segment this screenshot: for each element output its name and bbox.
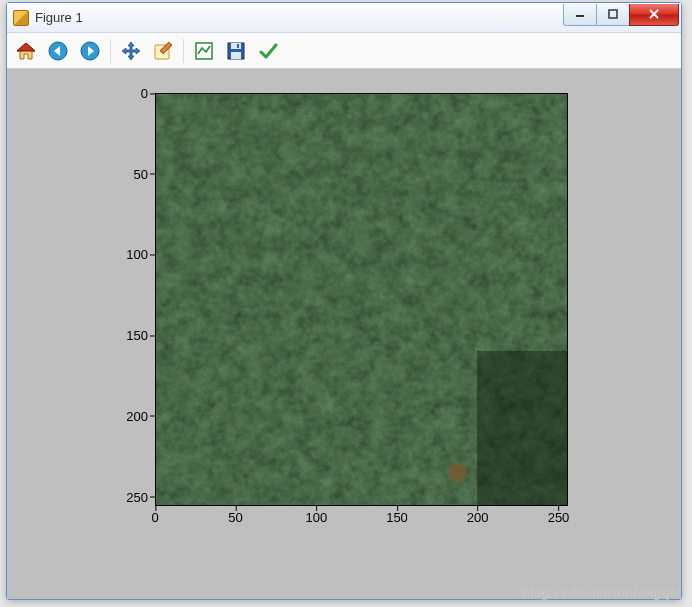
- svg-marker-3: [17, 43, 35, 51]
- toolbar-separator: [110, 39, 111, 63]
- zoom-button[interactable]: [148, 36, 178, 66]
- svg-rect-13: [231, 52, 241, 59]
- window-controls: [564, 4, 679, 26]
- save-button[interactable]: [221, 36, 251, 66]
- axes: 0 50 100 150 200 250 0 50 100 150 200 25…: [155, 93, 568, 506]
- x-tick: 150: [386, 510, 408, 525]
- y-tick: 150: [126, 328, 148, 343]
- watermark: //blog.csdn.net/tanlangqie: [512, 584, 682, 601]
- y-tick: 200: [126, 408, 148, 423]
- close-icon: [648, 8, 660, 20]
- x-tick: 100: [306, 510, 328, 525]
- y-tick: 0: [141, 86, 148, 101]
- svg-rect-1: [609, 10, 617, 18]
- maximize-icon: [608, 9, 618, 19]
- svg-rect-19: [477, 351, 567, 505]
- back-icon: [47, 40, 69, 62]
- plot-image: [155, 93, 568, 506]
- edit-icon: [152, 40, 174, 62]
- subplots-icon: [193, 40, 215, 62]
- y-tick: 50: [134, 166, 148, 181]
- pan-icon: [120, 40, 142, 62]
- svg-rect-14: [237, 44, 239, 48]
- minimize-icon: [575, 9, 585, 19]
- figure-window: Figure 1: [6, 2, 682, 600]
- svg-point-20: [448, 463, 467, 482]
- close-button[interactable]: [629, 4, 679, 26]
- minimize-button[interactable]: [563, 4, 597, 26]
- apply-icon: [257, 40, 279, 62]
- toolbar: [7, 33, 681, 69]
- svg-rect-12: [231, 43, 241, 49]
- apply-button[interactable]: [253, 36, 283, 66]
- y-tick: 250: [126, 489, 148, 504]
- save-icon: [225, 40, 247, 62]
- home-icon: [15, 40, 37, 62]
- y-tick: 100: [126, 247, 148, 262]
- x-tick: 0: [151, 510, 158, 525]
- back-button[interactable]: [43, 36, 73, 66]
- titlebar[interactable]: Figure 1: [7, 3, 681, 33]
- svg-rect-0: [576, 15, 584, 17]
- figure-canvas[interactable]: 0 50 100 150 200 250 0 50 100 150 200 25…: [7, 69, 681, 599]
- x-tick: 200: [467, 510, 489, 525]
- app-icon: [13, 10, 29, 26]
- home-button[interactable]: [11, 36, 41, 66]
- subplots-button[interactable]: [189, 36, 219, 66]
- maximize-button[interactable]: [596, 4, 630, 26]
- forward-icon: [79, 40, 101, 62]
- forward-button[interactable]: [75, 36, 105, 66]
- x-tick: 50: [228, 510, 242, 525]
- window-title: Figure 1: [35, 10, 83, 25]
- toolbar-separator: [183, 39, 184, 63]
- pan-button[interactable]: [116, 36, 146, 66]
- x-tick: 250: [548, 510, 570, 525]
